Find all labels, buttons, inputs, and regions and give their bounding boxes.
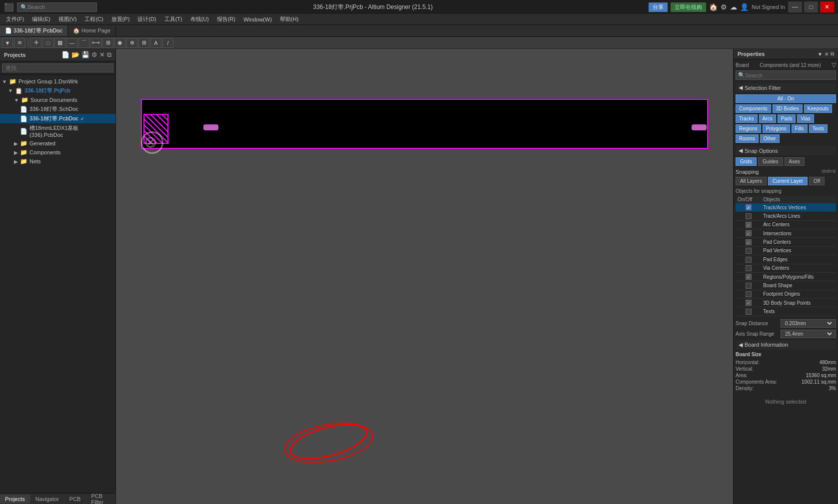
- snap-row-regions[interactable]: ✓ Regions/Polygons/Fills: [736, 272, 836, 281]
- tree-generated[interactable]: ▶ 📁 Generated: [0, 139, 115, 148]
- snap-row-intersections[interactable]: ✓ Intersections: [736, 229, 836, 238]
- snap-row-3d-body[interactable]: ✓ 3D Body Snap Points: [736, 298, 836, 307]
- text-button[interactable]: A: [150, 38, 161, 48]
- drill-button[interactable]: ⊕: [126, 38, 137, 48]
- snap-distance-value[interactable]: 0.203mm 0.1mm 0.5mm: [781, 319, 836, 328]
- snap-row-track-arcs-vertices[interactable]: ✓ Track/Arcs Vertices: [736, 203, 836, 212]
- bottom-tab-pcb[interactable]: PCB: [64, 495, 86, 504]
- menu-project[interactable]: 工程(C): [80, 14, 107, 24]
- pcb-canvas[interactable]: ⊗: [116, 49, 733, 504]
- check-regions[interactable]: ✓: [746, 274, 752, 280]
- cursor-button[interactable]: /: [162, 38, 173, 48]
- route-button[interactable]: ⊞: [102, 38, 113, 48]
- ratsnest-button[interactable]: ≋: [14, 38, 25, 48]
- snap-off-btn[interactable]: Off: [809, 177, 825, 185]
- close-button[interactable]: ✕: [820, 1, 834, 12]
- snap-row-arc-centers[interactable]: ✓ Arc Centers: [736, 220, 836, 229]
- filter-btn-other[interactable]: Other: [760, 134, 780, 143]
- check-pad-vertices[interactable]: [746, 248, 752, 254]
- pad-button[interactable]: ◉: [114, 38, 125, 48]
- bottom-tab-navigator[interactable]: Navigator: [30, 495, 64, 504]
- check-board-shape[interactable]: [746, 283, 752, 289]
- tree-components[interactable]: ▶ 📁 Components: [0, 148, 115, 157]
- snap-row-track-arcs-lines[interactable]: Track/Arcs Lines: [736, 212, 836, 220]
- snap-all-layers-btn[interactable]: All Layers: [736, 177, 767, 185]
- filter-btn-rooms[interactable]: Rooms: [736, 134, 759, 143]
- board-info-header[interactable]: ◀ Board Information: [736, 340, 836, 350]
- share-button[interactable]: 分享: [649, 2, 668, 12]
- tree-project[interactable]: ▼ 📋 336-18灯带.PrjPcb: [0, 86, 115, 95]
- filter-btn-keepouts[interactable]: Keepouts: [804, 104, 832, 113]
- tree-nets[interactable]: ▶ 📁 Nets: [0, 157, 115, 166]
- settings-project-icon[interactable]: ⚙: [91, 51, 97, 59]
- home-icon[interactable]: 🏠: [709, 3, 718, 11]
- cloud-icon[interactable]: ☁: [730, 3, 737, 11]
- snap-axes-btn[interactable]: Axes: [785, 157, 805, 166]
- tree-source-docs[interactable]: ▼ 📁 Source Documents: [0, 95, 115, 104]
- filter-btn-tracks[interactable]: Tracks: [736, 114, 758, 123]
- check-pad-edges[interactable]: [746, 257, 752, 263]
- snap-row-footprint-origins[interactable]: Footprint Origins: [736, 290, 836, 298]
- user-icon[interactable]: 👤: [740, 3, 749, 11]
- menu-tools[interactable]: 工具(T): [160, 14, 186, 24]
- menu-route[interactable]: 布线(U): [186, 14, 213, 24]
- filter-funnel-icon[interactable]: ▽: [832, 61, 836, 68]
- tree-pcbdoc[interactable]: 📄 336-18灯带.PcbDoc ✔: [0, 114, 115, 123]
- crosshair-button[interactable]: ✛: [30, 38, 41, 48]
- snap-current-layer-btn[interactable]: Current Layer: [768, 177, 808, 185]
- measure-button[interactable]: ⟷: [90, 38, 101, 48]
- tab-homepage[interactable]: 🏠 Home Page: [68, 26, 116, 35]
- props-filter-icon[interactable]: ▼: [818, 51, 823, 57]
- check-footprint-origins[interactable]: [746, 291, 752, 297]
- snap-row-texts[interactable]: Texts: [736, 307, 836, 316]
- close-panel-icon[interactable]: ✕: [99, 51, 105, 59]
- open-project-icon[interactable]: 📂: [71, 51, 79, 59]
- line-button[interactable]: —: [66, 38, 77, 48]
- save-project-icon[interactable]: 💾: [81, 51, 89, 59]
- props-float-icon[interactable]: ⧉: [831, 51, 834, 57]
- float-panel-icon[interactable]: ⧉: [107, 51, 111, 59]
- grid-button[interactable]: ⊞: [138, 38, 149, 48]
- filter-btn-3dbodies[interactable]: 3D Bodies: [773, 104, 803, 113]
- filter-btn-components[interactable]: Components: [736, 104, 771, 113]
- check-3d-body[interactable]: ✓: [746, 300, 752, 306]
- canvas-area[interactable]: ⊗: [116, 49, 733, 504]
- snap-row-pad-edges[interactable]: Pad Edges: [736, 255, 836, 264]
- menu-edit[interactable]: 编辑(E): [28, 14, 54, 24]
- menu-window[interactable]: Window(W): [239, 15, 276, 23]
- snap-guides-btn[interactable]: Guides: [758, 157, 783, 166]
- chart-button[interactable]: ▦: [54, 38, 65, 48]
- menu-view[interactable]: 视图(V): [54, 14, 81, 24]
- tree-led-pcbdoc[interactable]: 📄 槽18mmLEDX1基板(336).PcbDoc: [0, 123, 115, 139]
- props-search-input[interactable]: [745, 72, 834, 78]
- snap-distance-select[interactable]: 0.203mm 0.1mm 0.5mm: [783, 320, 834, 327]
- filter-btn-texts[interactable]: Texts: [809, 124, 828, 133]
- check-pad-centers[interactable]: ✓: [746, 239, 752, 245]
- arc-button[interactable]: ⌒: [78, 38, 89, 48]
- snap-row-via-centers[interactable]: Via Centers: [736, 264, 836, 272]
- menu-file[interactable]: 文件(F): [2, 14, 28, 24]
- snap-grids-btn[interactable]: Grids: [736, 157, 757, 166]
- check-track-arcs-vertices[interactable]: ✓: [746, 204, 752, 210]
- filter-btn-polygons[interactable]: Polygons: [763, 124, 790, 133]
- check-via-centers[interactable]: [746, 265, 752, 271]
- filter-btn-vias[interactable]: Vias: [797, 114, 814, 123]
- online-button[interactable]: 立即在线购: [671, 2, 706, 12]
- filter-btn-pads[interactable]: Pads: [778, 114, 796, 123]
- tree-project-group[interactable]: ▼ 📁 Project Group 1.DsnWrk: [0, 77, 115, 86]
- snap-row-board-shape[interactable]: Board Shape: [736, 281, 836, 290]
- menu-place[interactable]: 放置(P): [107, 14, 134, 24]
- menu-design[interactable]: 设计(D): [133, 14, 160, 24]
- snap-row-pad-centers[interactable]: ✓ Pad Centers: [736, 238, 836, 246]
- props-close-icon[interactable]: ✕: [825, 51, 829, 57]
- snap-row-pad-vertices[interactable]: Pad Vertices: [736, 246, 836, 255]
- check-intersections[interactable]: ✓: [746, 230, 752, 236]
- filter-btn-arcs[interactable]: Arcs: [759, 114, 776, 123]
- bottom-tab-projects[interactable]: Projects: [0, 495, 30, 504]
- check-arc-centers[interactable]: ✓: [746, 222, 752, 228]
- settings-icon[interactable]: ⚙: [721, 3, 727, 11]
- filter-button[interactable]: ▼: [2, 38, 13, 48]
- bottom-tab-pcbfilter[interactable]: PCB Filter: [86, 492, 115, 504]
- maximize-button[interactable]: □: [804, 1, 818, 12]
- snap-options-header[interactable]: ◀ Snap Options: [736, 146, 836, 155]
